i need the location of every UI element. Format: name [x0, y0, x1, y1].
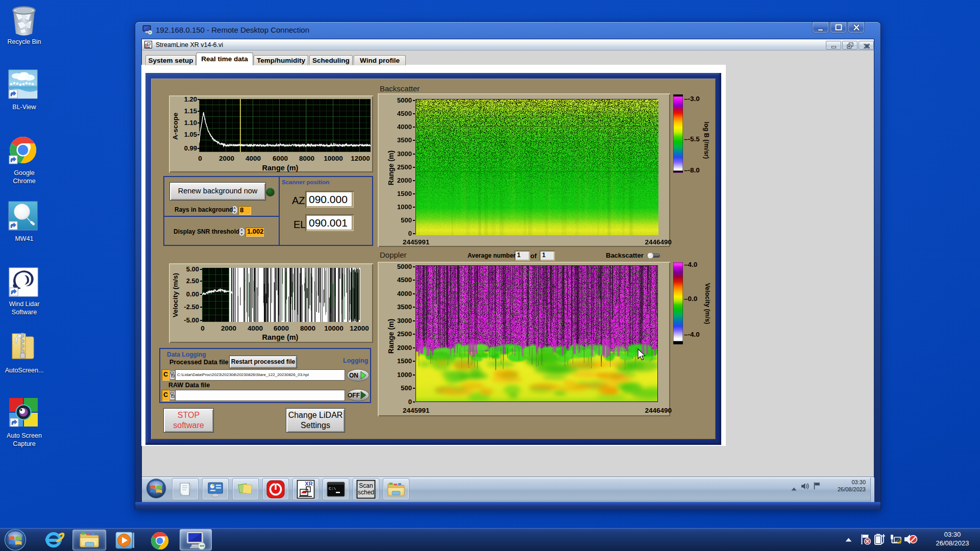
svg-text:ON: ON	[349, 372, 358, 379]
svg-text:OFF: OFF	[348, 392, 360, 399]
svg-text:sched: sched	[358, 489, 374, 496]
svg-text:!: !	[899, 541, 900, 544]
svg-text:Scan: Scan	[359, 482, 373, 489]
svg-text:C:\: C:\	[329, 486, 336, 491]
svg-text:XR: XR	[305, 481, 312, 487]
